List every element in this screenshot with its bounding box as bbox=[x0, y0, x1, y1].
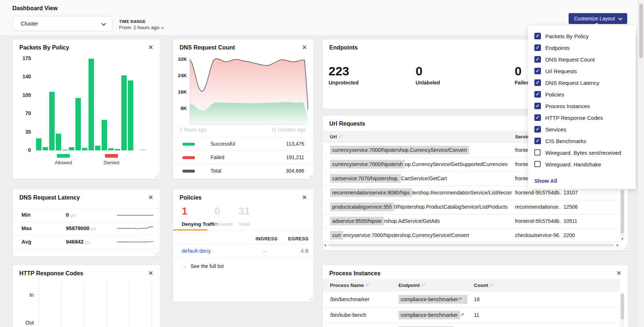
endpoint-cell: compliance-benchmarker-* bbox=[398, 323, 471, 327]
packets-bar-chart bbox=[35, 59, 155, 150]
close-icon[interactable]: ✕ bbox=[302, 44, 307, 51]
x-axis-label-right: 11 minutes ago bbox=[271, 127, 306, 133]
close-icon[interactable]: ✕ bbox=[148, 44, 153, 51]
table-row[interactable]: /bin/kube-benchcompliance-benchmarker-*1… bbox=[323, 307, 620, 323]
menu-item-http-response-codes[interactable]: ✓HTTP Response Codes bbox=[528, 113, 636, 125]
menu-item-label: Policies bbox=[545, 91, 564, 98]
vertical-scrollbar[interactable] bbox=[620, 292, 624, 327]
horizontal-scrollbar[interactable]: ◂ ▸ bbox=[323, 241, 620, 249]
page-scrollbar[interactable] bbox=[638, 0, 644, 327]
menu-item-policies[interactable]: ✓Policies bbox=[528, 90, 636, 102]
legend-item-allowed: Allowed bbox=[48, 154, 79, 165]
gridline bbox=[152, 283, 152, 327]
time-range: TIME RANGE From: 2 hours ago bbox=[119, 19, 164, 30]
scroll-down-icon[interactable]: ▾ bbox=[620, 237, 624, 241]
legend-label: Failed bbox=[211, 151, 224, 164]
checkbox-checked-icon: ✓ bbox=[534, 56, 541, 63]
scrollbar-thumb[interactable] bbox=[621, 294, 624, 319]
menu-item-wireguard-handshake[interactable]: Wireguard. Handshake bbox=[528, 160, 636, 172]
stat-value: 0 bbox=[215, 205, 233, 217]
dns-area-chart bbox=[190, 57, 308, 125]
column-header-count[interactable]: Count bbox=[474, 279, 495, 292]
scrollbar-thumb[interactable] bbox=[329, 244, 614, 247]
y-tick-label: 140 bbox=[15, 74, 31, 79]
policy-link[interactable]: default-deny bbox=[182, 244, 211, 258]
table-row[interactable]: currencyservice:7000/hipstershop.Currenc… bbox=[323, 228, 620, 243]
table-row[interactable]: /bin/benchmarkercompliance-benchmarker-*… bbox=[323, 292, 620, 308]
resize-handle-icon[interactable] bbox=[623, 245, 627, 249]
customize-layout-button[interactable]: Customize Layout bbox=[569, 13, 627, 24]
column-header-url[interactable]: Url bbox=[330, 131, 343, 143]
policy-ingress-value: – bbox=[252, 244, 278, 258]
menu-item-url-requests[interactable]: ✓Url Requests bbox=[528, 67, 636, 78]
policies-stat-denying-traffic[interactable]: 1Denying Traffic bbox=[182, 205, 217, 227]
latency-unit: μs bbox=[91, 226, 96, 231]
view-selector[interactable]: Cluster bbox=[12, 16, 113, 31]
resize-handle-icon[interactable] bbox=[309, 174, 312, 177]
resize-handle-icon[interactable] bbox=[155, 174, 158, 177]
count-cell: 18 bbox=[474, 292, 496, 307]
checkbox-checked-icon: ✓ bbox=[534, 126, 541, 133]
allowed-bar bbox=[128, 80, 133, 150]
table-row[interactable]: productcatalogservice:3550/hipstershop.P… bbox=[323, 200, 620, 214]
table-row[interactable]: benchmarkercompliance-benchmarker-*9 bbox=[323, 323, 620, 327]
legend-row-successful: Successful113,475 bbox=[173, 137, 314, 151]
column-header-process-name[interactable]: Process Name bbox=[330, 279, 370, 292]
count-cell: 2200 bbox=[564, 228, 593, 243]
checkbox-checked-icon: ✓ bbox=[534, 103, 541, 109]
show-all-link[interactable]: Show All bbox=[534, 178, 557, 184]
scroll-right-icon[interactable]: ▸ bbox=[617, 243, 619, 247]
url-highlight: recommendationservice:8080/hips bbox=[330, 188, 412, 197]
legend-row-failed: Failed191,211 bbox=[173, 150, 314, 164]
resize-handle-icon[interactable] bbox=[309, 297, 312, 300]
menu-item-packets-by-policy[interactable]: ✓Packets By Policy bbox=[528, 32, 636, 43]
menu-item-endpoints[interactable]: ✓Endpoints bbox=[528, 43, 636, 55]
close-icon[interactable]: ✕ bbox=[302, 194, 307, 201]
menu-item-label: Endpoints bbox=[545, 44, 570, 52]
stat-label: Failed bbox=[515, 80, 529, 86]
column-header-endpoint[interactable]: Endpoint bbox=[398, 279, 426, 292]
checkbox-checked-icon: ✓ bbox=[534, 44, 541, 51]
sparkline bbox=[117, 212, 153, 219]
latency-unit: μs bbox=[70, 212, 75, 218]
time-range-from: From: 2 hours ago bbox=[119, 25, 159, 30]
close-icon[interactable]: ✕ bbox=[616, 270, 621, 276]
endpoint-stat-failed: 0Failed bbox=[515, 64, 529, 86]
latency-row-max: Max95879000 μs bbox=[13, 222, 160, 236]
close-icon[interactable]: ✕ bbox=[148, 270, 153, 276]
menu-item-cis-benchmarks[interactable]: ✓CIS Benchmarks bbox=[528, 137, 636, 148]
scroll-left-icon[interactable]: ◂ bbox=[324, 243, 326, 247]
menu-item-wireguard-bytes-sent-received[interactable]: Wireguard. Bytes sent/received bbox=[528, 148, 636, 160]
table-row[interactable]: adservice:9555/hipstershop.AdService/Get… bbox=[323, 214, 620, 229]
menu-item-label: HTTP Response Codes bbox=[545, 114, 603, 122]
customize-layout-menu: ✓Packets By Policy✓Endpoints✓DNS Request… bbox=[528, 25, 636, 189]
url-cell: cartservice:7070/hipstershop.CartService… bbox=[330, 172, 512, 186]
service-cell: recommendationse… bbox=[515, 200, 561, 214]
menu-item-services[interactable]: ✓Services bbox=[528, 125, 636, 137]
latency-row-min: Min0 μs bbox=[13, 208, 160, 222]
menu-item-dns-request-latency[interactable]: ✓DNS Request Latency bbox=[528, 78, 636, 90]
policies-card: Policies ✕ 1Denying Traffic0Unused31Tota… bbox=[173, 189, 314, 302]
close-icon[interactable]: ✕ bbox=[148, 194, 153, 201]
allowed-bar bbox=[43, 147, 48, 150]
allowed-bar bbox=[49, 92, 55, 150]
scrollbar-thumb[interactable] bbox=[621, 190, 624, 233]
ingress-header: INGRESS bbox=[252, 236, 278, 241]
endpoint-highlight: compliance-benchmarker-* bbox=[398, 295, 467, 304]
y-tick-label: 105 bbox=[15, 92, 31, 98]
menu-item-process-instances[interactable]: ✓Process Instances bbox=[528, 102, 636, 113]
y-tick-label: 8K bbox=[174, 106, 187, 111]
resize-handle-icon[interactable] bbox=[155, 252, 158, 255]
time-range-value[interactable]: From: 2 hours ago bbox=[119, 25, 164, 30]
arrow-right-icon: → bbox=[182, 263, 187, 269]
allowed-bar bbox=[108, 148, 114, 150]
scrollbar-thumb[interactable] bbox=[639, 4, 643, 58]
legend-swatch bbox=[182, 156, 195, 159]
url-cell: currencyservice:7000/hipstershop.Currenc… bbox=[330, 143, 512, 157]
allowed-bar bbox=[115, 149, 120, 150]
latency-label: Max bbox=[21, 222, 32, 235]
url-cell: productcatalogservice:3550/hipstershop.P… bbox=[330, 200, 512, 214]
sparkline bbox=[117, 225, 153, 232]
menu-item-dns-request-count[interactable]: ✓DNS Request Count bbox=[528, 55, 636, 67]
see-full-list-link[interactable]: →See the full list bbox=[182, 261, 224, 272]
